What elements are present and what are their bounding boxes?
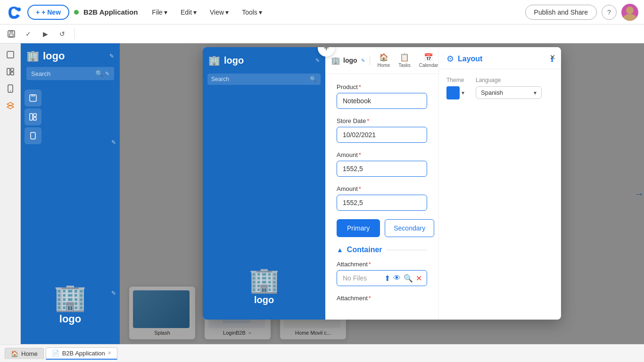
app-tab-label: B2B Application <box>62 350 105 357</box>
modal-container: × 🏢 logo ✎ Search 🔍 🏢 logo <box>203 47 561 320</box>
sidebar-mobile-icon[interactable] <box>25 127 41 144</box>
search-icon[interactable]: 🔍 <box>95 70 103 77</box>
search-bar: Search 🔍 ✎ <box>26 67 114 80</box>
refresh-icon[interactable]: ↺ <box>56 27 69 41</box>
sidebar-save-icon[interactable] <box>25 90 41 107</box>
layout-body: Theme ▾ Language Spanish ▾ <box>439 69 561 107</box>
attachment2-group: Attachment* <box>337 295 427 302</box>
app-tab-icon: 📄 <box>52 350 59 357</box>
container-header: ▲ Container <box>337 246 427 254</box>
modal-left-header: 🏢 logo ✎ <box>203 47 325 74</box>
sidebar-layout-icon[interactable] <box>25 108 41 125</box>
top-bar: + + New B2B Application File ▾ Edit ▾ Vi… <box>0 0 644 25</box>
svg-rect-5 <box>9 34 13 36</box>
modal-right: 🏢 logo ✎ 🏠 Home 📋 Tasks <box>325 47 438 320</box>
layout-title: Layout <box>458 55 482 63</box>
button-row: Primary Secondary Tertiary <box>337 219 427 237</box>
tools-menu[interactable]: Tools ▾ <box>237 7 267 18</box>
svg-rect-6 <box>7 51 14 58</box>
file-menu[interactable]: File ▾ <box>147 7 172 18</box>
second-toolbar: ✓ ▶ ↺ <box>0 25 644 43</box>
panel-edit-icon[interactable]: ✎ <box>109 53 114 59</box>
secondary-button[interactable]: Secondary <box>385 219 434 237</box>
svg-rect-17 <box>33 114 36 116</box>
view-menu[interactable]: View ▾ <box>205 7 233 18</box>
edit-icon-mid[interactable]: ✎ <box>111 138 116 146</box>
toolbar-divider-1 <box>74 29 75 39</box>
tab-home[interactable]: 🏠 Home <box>5 348 44 359</box>
rail-layers-icon[interactable] <box>3 98 18 113</box>
check-icon[interactable]: ✓ <box>22 27 35 41</box>
modal-close-button[interactable]: × <box>550 52 555 63</box>
rail-save-icon[interactable] <box>3 47 18 62</box>
panel-logo-big: 🏢 logo <box>54 282 87 325</box>
primary-button[interactable]: Primary <box>337 219 380 237</box>
edit-menu[interactable]: Edit ▾ <box>176 7 201 18</box>
tab-close-icon[interactable]: × <box>108 350 111 356</box>
amount2-label: Amount* <box>337 185 427 192</box>
search-attachment-icon[interactable]: 🔍 <box>404 274 413 283</box>
container-section: ▲ Container Attachment* No Files <box>337 246 427 302</box>
modal-search-icon[interactable]: 🔍 <box>310 76 317 82</box>
help-button[interactable]: ? <box>602 5 617 20</box>
delete-attachment-icon[interactable]: ✕ <box>416 274 422 283</box>
upload-icon[interactable]: ⬆ <box>384 274 390 283</box>
product-input[interactable] <box>337 93 427 109</box>
rail-layout-icon[interactable] <box>3 64 18 79</box>
search-edit-icon[interactable]: ✎ <box>105 71 109 77</box>
avatar[interactable] <box>621 4 638 21</box>
home-tab-label: Home <box>21 350 38 357</box>
modal-nav-tasks[interactable]: 📋 Tasks <box>395 51 414 70</box>
theme-col: Theme ▾ <box>446 77 464 99</box>
container-chevron-icon[interactable]: ▲ <box>337 246 343 254</box>
top-nav-menu: File ▾ Edit ▾ View ▾ Tools ▾ <box>147 7 266 18</box>
modal-nav-home[interactable]: 🏠 Home <box>374 51 394 70</box>
product-label: Product* <box>337 83 427 90</box>
panel-icons <box>21 86 120 148</box>
language-select[interactable]: Spanish ▾ <box>476 86 542 99</box>
panel-logo-big-icon: 🏢 <box>54 282 87 313</box>
svg-rect-16 <box>30 114 33 120</box>
store-date-input[interactable] <box>337 127 427 143</box>
calendar-nav-icon: 📅 <box>424 53 433 62</box>
attachment1-label: Attachment* <box>337 261 427 268</box>
color-swatch[interactable] <box>446 86 460 99</box>
tab-app[interactable]: 📄 B2B Application × <box>46 347 117 360</box>
svg-point-11 <box>10 90 11 91</box>
amount1-input[interactable] <box>337 161 427 177</box>
svg-rect-4 <box>9 31 13 33</box>
modal-left-edit-icon[interactable]: ✎ <box>315 58 320 64</box>
modal-nav-calendar[interactable]: 📅 Calendar <box>415 51 438 70</box>
publish-share-button[interactable]: Publish and Share <box>525 5 597 20</box>
svg-rect-18 <box>33 117 36 120</box>
layout-row: Theme ▾ Language Spanish ▾ <box>446 77 553 99</box>
new-label: + New <box>41 8 61 16</box>
panel-logo-icon: 🏢 <box>26 50 39 62</box>
bottom-tabs: 🏠 Home 📄 B2B Application × <box>0 344 644 362</box>
save-icon[interactable] <box>5 27 18 41</box>
color-chevron-icon[interactable]: ▾ <box>462 90 464 96</box>
theme-color-picker: ▾ <box>446 86 464 99</box>
left-rail <box>0 43 21 344</box>
svg-rect-19 <box>31 132 35 139</box>
amount1-group: Amount* <box>337 151 427 177</box>
svg-rect-15 <box>31 95 35 97</box>
eye-icon[interactable]: 👁 <box>393 274 401 282</box>
rail-mobile-icon[interactable] <box>3 81 18 96</box>
layout-header: ⚙ Layout ℹ <box>439 47 561 69</box>
modal-nav-edit-icon[interactable]: ✎ <box>361 58 365 63</box>
play-icon[interactable]: ▶ <box>39 27 52 41</box>
attachment1-icons: ⬆ 👁 🔍 ✕ <box>380 274 427 283</box>
edit-icon-bottom[interactable]: ✎ <box>111 288 116 297</box>
modal-nav-logo-text: logo <box>343 57 357 64</box>
modal-left-panel: 🏢 logo ✎ Search 🔍 🏢 logo <box>203 47 325 320</box>
modal-form: Product* Store Date* <box>325 74 438 320</box>
amount2-input[interactable] <box>337 195 427 211</box>
attachment2-label: Attachment* <box>337 295 427 302</box>
svg-rect-8 <box>11 68 14 71</box>
panel-logo-text: logo <box>43 50 65 62</box>
modal-overlay: × 🏢 logo ✎ Search 🔍 🏢 logo <box>120 43 644 344</box>
app-logo <box>6 4 23 21</box>
app-name: B2B Application <box>83 8 138 16</box>
new-button[interactable]: + + New <box>27 5 69 20</box>
